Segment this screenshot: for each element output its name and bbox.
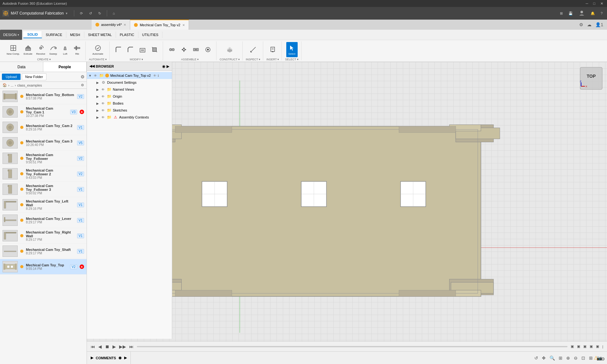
- sketches-eye[interactable]: 👁: [101, 108, 105, 112]
- playback-prev-btn[interactable]: ◀: [97, 343, 103, 350]
- file-version-badge[interactable]: V1: [77, 218, 84, 223]
- panel-tab-data[interactable]: Data: [0, 62, 43, 72]
- cloud-icon-btn[interactable]: ☁: [586, 21, 593, 28]
- timeline-tool-6[interactable]: |: [601, 344, 604, 349]
- file-list-item[interactable]: Mechanical Cam Toy_Right Wall8:29:17 PMV…: [0, 228, 87, 244]
- browser-item-document-settings[interactable]: ▶ ⚙ Document Settings: [87, 79, 172, 86]
- modify-shell-btn[interactable]: [137, 42, 148, 57]
- create-sweep-btn[interactable]: Sweep: [47, 42, 59, 57]
- notifications-button[interactable]: 🔔: [589, 10, 597, 17]
- timeline-tool-2[interactable]: ▣: [576, 344, 581, 349]
- named-views-eye[interactable]: 👁: [101, 87, 105, 92]
- viewport-settings-btn[interactable]: ⚙: [601, 356, 605, 361]
- inspect-measure-btn[interactable]: [247, 42, 259, 57]
- root-eye-icon2[interactable]: 👁: [153, 74, 156, 77]
- file-list-item[interactable]: Mechanical Cam Toy_Shaft8:29:17 PMV1: [0, 244, 87, 259]
- timeline-slider[interactable]: [137, 346, 568, 347]
- mechcam-tab[interactable]: Mechical Cam Toy_Top v2 ✕: [130, 20, 189, 30]
- file-version-badge[interactable]: V1: [77, 125, 84, 130]
- timeline-tool-4[interactable]: ▣: [588, 344, 594, 349]
- file-list-item[interactable]: Mechanical Cam Toy_Bottom8:57:08 PMV2: [0, 89, 87, 104]
- automate-btn[interactable]: Automate: [91, 42, 105, 57]
- zoom-btn[interactable]: 🔍: [548, 355, 556, 361]
- timeline-tool-3[interactable]: ▣: [582, 344, 588, 349]
- playback-first-btn[interactable]: ⏮: [89, 343, 96, 350]
- browser-expand-icon[interactable]: ▶: [167, 64, 169, 69]
- file-version-badge[interactable]: V1: [77, 249, 84, 254]
- file-version-badge[interactable]: V2: [70, 264, 77, 269]
- create-rib-btn[interactable]: Rib: [71, 42, 83, 57]
- browser-collapse-icon[interactable]: ◀◀: [89, 64, 94, 68]
- root-eye-icon[interactable]: 👁: [93, 73, 98, 78]
- origin-eye[interactable]: 👁: [101, 94, 105, 99]
- playback-last-btn[interactable]: ⏭: [128, 343, 135, 350]
- select-btn[interactable]: Select: [286, 42, 298, 57]
- orbit-btn[interactable]: ↺: [533, 355, 539, 361]
- sketches-expand[interactable]: ▶: [96, 109, 100, 112]
- assemble-joint-btn[interactable]: [166, 42, 178, 57]
- refresh-button[interactable]: ⟳: [78, 10, 85, 17]
- pan-btn[interactable]: ✥: [541, 355, 547, 361]
- file-version-badge[interactable]: V1: [77, 234, 84, 238]
- timeline-tool-1[interactable]: ▣: [569, 344, 575, 349]
- insert-btn[interactable]: [267, 42, 278, 57]
- view-mode-btn[interactable]: ⊡: [580, 355, 586, 361]
- browser-item-sketches[interactable]: ▶ 👁 📁 Sketches: [87, 107, 172, 114]
- assembly-tab-close[interactable]: ✕: [124, 23, 126, 27]
- construct-offset-plane-btn[interactable]: [224, 42, 235, 57]
- panel-tab-people[interactable]: People: [43, 62, 87, 72]
- new-folder-button[interactable]: New Folder: [22, 73, 46, 80]
- breadcrumb-settings[interactable]: ⚙: [81, 83, 84, 87]
- file-list-item[interactable]: Mechical Cam Toy_Top9:55:14 PMV2B: [0, 259, 87, 275]
- maximize-button[interactable]: □: [592, 2, 597, 6]
- user-count-btn[interactable]: 👤1: [594, 21, 604, 28]
- assembly-tab[interactable]: assembly v4* ✕: [92, 20, 130, 30]
- file-version-badge[interactable]: V2: [77, 156, 84, 161]
- modify-scale-btn[interactable]: [149, 42, 160, 57]
- file-version-badge[interactable]: V1: [77, 203, 84, 207]
- browser-toggle-icon[interactable]: ◉: [162, 64, 165, 69]
- create-extrude-btn[interactable]: Extrude: [22, 42, 34, 57]
- file-list-item[interactable]: Mechanical Cam Toy_Cam 310:26:40 PMV5: [0, 135, 87, 151]
- file-list-item[interactable]: Mechanical Cam Toy_Follower 39:50:02 PMV…: [0, 182, 87, 197]
- named-views-expand[interactable]: ▶: [96, 88, 100, 91]
- asm-expand[interactable]: ▶: [96, 116, 100, 119]
- bodies-eye[interactable]: 👁: [101, 101, 105, 106]
- upload-button[interactable]: Upload: [2, 74, 21, 80]
- create-revolve-btn[interactable]: Revolve: [34, 42, 47, 57]
- browser-item-named-views[interactable]: ▶ 👁 📁 Named Views: [87, 86, 172, 93]
- file-list-item[interactable]: Mechanical Cam Toy_Left Wall8:29:16 PMV1: [0, 197, 87, 213]
- file-list-item[interactable]: Mechanical Cam Toy_Cam 28:29:16 PMV1: [0, 120, 87, 135]
- file-list-item[interactable]: Mechanical Cam Toy_Follower9:50:51 PMV2: [0, 151, 87, 166]
- view-cube[interactable]: TOP X Z: [579, 66, 604, 92]
- zoom-out-btn[interactable]: ⊖: [573, 355, 579, 361]
- file-version-badge[interactable]: V1: [77, 187, 84, 192]
- origin-expand[interactable]: ▶: [96, 95, 100, 98]
- file-list-item[interactable]: Mechanical Cam Toy_Lever8:29:17 PMV1: [0, 213, 87, 228]
- asm-eye[interactable]: 👁: [101, 115, 105, 119]
- create-new-component-btn[interactable]: New Comp.: [5, 42, 21, 57]
- breadcrumb-home[interactable]: 🏠: [3, 83, 7, 87]
- close-button[interactable]: ✕: [599, 2, 604, 6]
- comments-expand-icon[interactable]: ▶: [91, 356, 93, 360]
- assemble-drive-btn[interactable]: [202, 42, 214, 57]
- file-list-item[interactable]: Mechanical Cam Toy_Follower 29:43:03 PMV…: [0, 166, 87, 182]
- assemble-rigid-btn[interactable]: [190, 42, 202, 57]
- ribbon-tab-solid[interactable]: SOLID: [23, 31, 42, 38]
- modify-chamfer-btn[interactable]: [125, 42, 136, 57]
- account-button[interactable]: [577, 9, 587, 18]
- ribbon-tab-surface[interactable]: SURFACE: [42, 32, 66, 38]
- minimize-button[interactable]: ─: [585, 2, 590, 6]
- browser-item-origin[interactable]: ▶ 👁 📁 Origin: [87, 93, 172, 100]
- file-list-item[interactable]: Mechanical Cam Toy_Cam 110:27:38 PMV3B: [0, 104, 87, 120]
- fit-btn[interactable]: ⊞: [557, 355, 564, 361]
- file-version-badge[interactable]: V5: [77, 141, 84, 145]
- ribbon-tab-plastic[interactable]: PLASTIC: [116, 32, 138, 38]
- redo-button[interactable]: ↻: [96, 10, 103, 17]
- modify-fillet-btn[interactable]: [113, 42, 124, 57]
- panel-settings-button[interactable]: ⚙: [81, 74, 85, 79]
- file-version-badge[interactable]: V3: [70, 110, 77, 114]
- browser-item-assembly-contexts[interactable]: ▶ 👁 📁 ⚠ Assembly Contexts: [87, 114, 172, 121]
- comments-expand2[interactable]: ▶: [124, 356, 127, 360]
- undo-button[interactable]: ↺: [87, 10, 94, 17]
